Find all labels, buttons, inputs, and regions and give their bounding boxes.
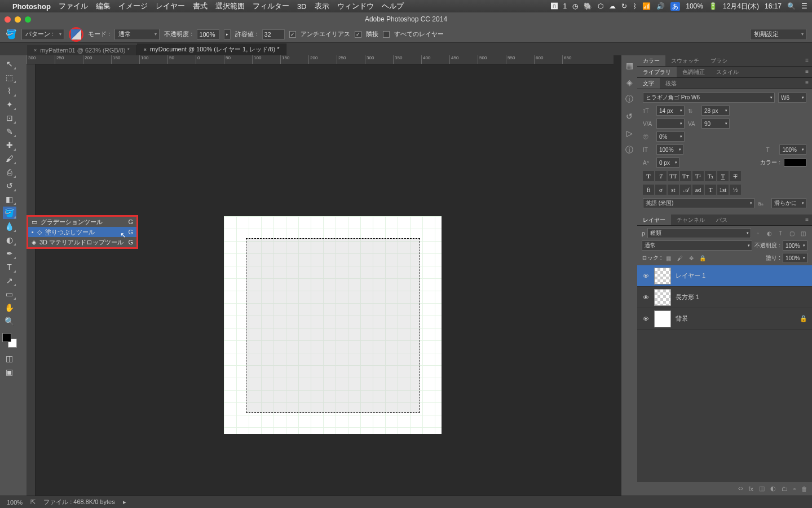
visibility-toggle[interactable]: 👁 [642, 294, 650, 301]
menu-type[interactable]: 書式 [193, 1, 208, 11]
tab-libraries[interactable]: ライブラリ [637, 67, 677, 77]
canvas-viewport[interactable]: 3002502001501005005010015020025030035040… [27, 55, 621, 496]
adjustment-layer-icon[interactable]: ◐ [770, 485, 776, 492]
font-size-input[interactable]: 14 px [656, 106, 685, 116]
layer-name[interactable]: 長方形 1 [676, 293, 699, 301]
underline-button[interactable]: T [717, 171, 729, 181]
tab-swatches[interactable]: スウォッチ [665, 55, 705, 66]
strikethrough-button[interactable]: T [730, 171, 741, 181]
time[interactable]: 16:17 [765, 2, 782, 10]
eyedropper-tool[interactable]: ✎ [3, 125, 16, 138]
fractions-button[interactable]: 1st [717, 185, 729, 195]
tab-adjustments[interactable]: 色調補正 [677, 67, 710, 77]
layer-thumbnail[interactable] [654, 268, 671, 284]
fg-color[interactable] [2, 333, 11, 342]
lock-all-icon[interactable]: 🔒 [698, 255, 707, 261]
hand-tool[interactable]: ✋ [3, 301, 16, 314]
bucket-tool[interactable]: 🪣 [3, 207, 16, 219]
panel-menu-icon[interactable]: ≡ [802, 214, 812, 225]
lock-transparent-icon[interactable]: ▦ [664, 255, 673, 261]
filter-type-icon[interactable]: T [776, 230, 785, 237]
tab-brush[interactable]: ブラシ [705, 55, 733, 66]
export-icon[interactable]: ⇱ [30, 498, 36, 506]
volume-icon[interactable]: 🔊 [656, 2, 665, 10]
dodge-tool[interactable]: ◐ [3, 234, 16, 246]
text-color-swatch[interactable] [784, 159, 806, 167]
properties-icon[interactable]: ⓘ [624, 144, 635, 156]
marquee-tool[interactable]: ⬚ [3, 71, 16, 84]
filter-shape-icon[interactable]: ▢ [787, 230, 796, 237]
layer-row[interactable]: 👁 背景 🔒 [637, 308, 812, 330]
notifications-icon[interactable]: ☰ [801, 2, 807, 10]
new-layer-icon[interactable]: ▫ [793, 485, 796, 492]
italic-button[interactable]: T [655, 171, 667, 181]
crop-tool[interactable]: ⊡ [3, 112, 16, 124]
tab-character[interactable]: 文字 [637, 78, 660, 89]
minimize-button[interactable] [15, 16, 21, 23]
ordinals-button[interactable]: T [705, 185, 716, 195]
zoom-button[interactable] [25, 16, 31, 23]
layer-mask-icon[interactable]: ◫ [759, 485, 765, 492]
clock-icon[interactable]: ◷ [572, 2, 578, 10]
vscale-input[interactable]: 100% [656, 144, 683, 155]
tab-layers[interactable]: レイヤー [637, 214, 671, 225]
layer-row[interactable]: 👁 長方形 1 [637, 287, 812, 308]
brush-tool[interactable]: 🖌 [3, 152, 16, 165]
leading-input[interactable]: 28 px [701, 106, 730, 116]
link-layers-icon[interactable]: ⇔ [738, 485, 743, 492]
navigator-icon[interactable]: ◈ [624, 77, 635, 88]
smallcaps-button[interactable]: Tᴛ [680, 171, 691, 181]
allcaps-button[interactable]: TT [668, 171, 679, 181]
lasso-tool[interactable]: ⌇ [3, 85, 16, 97]
zoom-tool[interactable]: 🔍 [3, 315, 16, 327]
delete-layer-icon[interactable]: 🗑 [801, 485, 807, 492]
file-info[interactable]: ファイル : 468.8K/0 bytes [43, 498, 115, 506]
panel-menu-icon[interactable]: ≡ [802, 67, 812, 77]
layer-thumbnail[interactable] [654, 310, 671, 327]
spotlight-icon[interactable]: 🔍 [787, 2, 796, 10]
menu-window[interactable]: ウィンドウ [337, 1, 374, 11]
history-icon[interactable]: ↺ [624, 111, 635, 122]
tab-paths[interactable]: パス [710, 214, 733, 225]
doc-tab-1[interactable]: ×myPattern01 @ 623% (RGB/8) * [27, 45, 137, 55]
layer-fx-icon[interactable]: fx [749, 485, 754, 492]
antialias-dropdown[interactable]: 滑らかに [771, 198, 806, 208]
flyout-gradient[interactable]: ▭グラデーションツールG [28, 217, 136, 227]
workspace-dropdown[interactable]: 初期設定 [750, 29, 806, 40]
oldstyle-button[interactable]: σ [655, 185, 667, 195]
filter-adjust-icon[interactable]: ◐ [765, 230, 774, 237]
doc-tab-2[interactable]: ×myDocument @ 100% (レイヤー 1, レッド/8) * [137, 43, 287, 55]
alllayers-checkbox[interactable] [383, 31, 390, 38]
font-family-dropdown[interactable]: ヒラギノ角ゴ Pro W6 [643, 93, 775, 103]
actions-icon[interactable]: ▷ [624, 128, 635, 139]
shape-tool[interactable]: ▭ [3, 288, 16, 300]
info-icon[interactable]: ⓘ [624, 94, 635, 105]
quickmask-toggle[interactable]: ◫ [3, 352, 16, 365]
battery-icon[interactable]: 🔋 [709, 2, 717, 10]
tab-color[interactable]: カラー [637, 55, 665, 66]
move-tool[interactable]: ↖ [3, 58, 16, 70]
pen-tool[interactable]: ✒ [3, 247, 16, 260]
panel-menu-icon[interactable]: ≡ [802, 78, 812, 89]
layer-filter-dropdown[interactable]: 種類 [647, 228, 751, 238]
slashed-button[interactable]: ½ [730, 185, 741, 195]
close-button[interactable] [5, 16, 11, 23]
ime-indicator[interactable]: あ [670, 2, 680, 11]
layer-thumbnail[interactable] [654, 289, 671, 306]
tolerance-input[interactable] [262, 29, 285, 40]
opacity-stepper[interactable]: ▸ [224, 29, 231, 40]
filter-pixel-icon[interactable]: ▫ [753, 230, 762, 237]
layer-fill-input[interactable]: 100% [783, 253, 807, 263]
flyout-paintbucket[interactable]: ▪◇塗りつぶしツールG [28, 227, 136, 237]
fill-type-dropdown[interactable]: パターン : [21, 29, 64, 40]
screenmode-toggle[interactable]: ▣ [3, 366, 16, 378]
color-swatches[interactable] [2, 333, 17, 348]
date[interactable]: 12月4日(木) [723, 2, 759, 11]
titling-button[interactable]: ad [692, 185, 704, 195]
healing-tool[interactable]: ✚ [3, 139, 16, 151]
layer-name[interactable]: 背景 [676, 314, 688, 323]
swash-button[interactable]: 𝒜 [680, 185, 691, 195]
bold-button[interactable]: T [643, 171, 654, 181]
menu-3d[interactable]: 3D [297, 2, 307, 11]
kerning-input[interactable] [656, 119, 685, 129]
